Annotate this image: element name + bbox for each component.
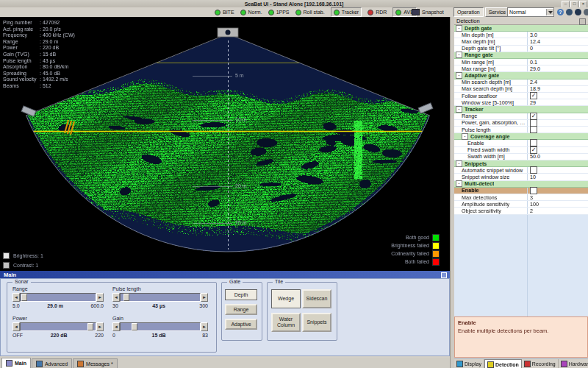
detection-row[interactable]: Enable — [454, 188, 588, 194]
undock-icon[interactable] — [441, 272, 447, 278]
setting-value-cell[interactable]: 3 — [527, 194, 588, 200]
brightness-row[interactable]: Brightness: 1 — [3, 251, 43, 261]
setting-value-cell[interactable]: 29 — [527, 99, 588, 105]
slider-left-arrow[interactable]: ◄ — [12, 322, 20, 331]
detection-row[interactable]: Depth gate tilt [°]0 — [454, 46, 588, 52]
detection-row[interactable]: Swath width [m]50.0 — [454, 154, 588, 160]
slider-track[interactable] — [120, 322, 201, 331]
contrast-row[interactable]: Contrast: 1 — [3, 261, 43, 270]
slider-power[interactable]: ◄► — [12, 322, 104, 331]
detection-row[interactable]: Min search depth [m]2.4 — [454, 79, 588, 86]
setting-value-cell[interactable]: 50.0 — [527, 154, 588, 160]
detection-row[interactable]: Amplitude sensitivity100 — [454, 201, 588, 208]
setting-value-cell[interactable] — [527, 167, 588, 173]
detection-row[interactable]: Min depth [m]3.0 — [454, 32, 588, 38]
tab-advanced[interactable]: Advanced — [32, 358, 72, 368]
setting-value-cell[interactable]: 29.0 — [527, 66, 588, 71]
setting-value-cell[interactable]: 18.9 — [527, 86, 588, 92]
water-column-tile-button[interactable]: Water Column — [271, 313, 301, 332]
setting-value-cell[interactable]: ✓ — [527, 93, 588, 99]
detection-row[interactable]: Range✓ — [454, 113, 588, 120]
setting-value-cell[interactable]: 3.0 — [527, 32, 588, 38]
detection-row[interactable]: Power, gain, absorption, and spre... — [454, 120, 588, 127]
setting-value-cell[interactable] — [527, 127, 588, 132]
checkbox[interactable] — [530, 187, 537, 194]
slider-left-arrow[interactable]: ◄ — [12, 293, 20, 302]
tab-messages-[interactable]: Messages * — [73, 358, 118, 368]
tab-main[interactable]: Main — [1, 358, 31, 368]
operation-button[interactable]: Operation — [453, 7, 484, 17]
slider-thumb[interactable] — [87, 323, 93, 330]
tab-hardware[interactable]: Hardware — [559, 359, 588, 368]
mode-dropdown[interactable]: Normal — [507, 7, 554, 17]
detection-row[interactable]: Snippet window size10 — [454, 174, 588, 180]
detection-row[interactable]: Object sensitivity2 — [454, 208, 588, 214]
settings-icon[interactable] — [584, 9, 588, 15]
setting-value-cell[interactable]: 0.1 — [527, 59, 588, 65]
service-button[interactable]: Service — [485, 7, 509, 17]
slider-track[interactable] — [20, 322, 96, 331]
setting-value-cell[interactable]: 100 — [527, 201, 588, 207]
setting-value-cell[interactable] — [527, 120, 588, 126]
range-gate-button[interactable]: Range — [225, 304, 257, 315]
checkbox[interactable]: ✓ — [530, 146, 537, 154]
detection-row[interactable]: Max range [m]29.0 — [454, 66, 588, 72]
slider-pulse-length[interactable]: ◄► — [112, 293, 208, 302]
slider-track[interactable] — [20, 293, 96, 302]
tab-detection[interactable]: Detection — [484, 359, 522, 368]
setting-value-cell[interactable]: ✓ — [527, 113, 588, 119]
globe-icon[interactable] — [566, 9, 573, 15]
collapse-icon[interactable]: - — [456, 160, 462, 167]
collapse-icon[interactable]: - — [456, 25, 462, 32]
detection-row[interactable]: Fixed swath width✓ — [454, 147, 588, 154]
collapse-icon[interactable]: - — [456, 52, 462, 58]
slider-range[interactable]: ◄► — [12, 293, 104, 302]
wedge-tile-button[interactable]: Wedge — [271, 289, 301, 308]
tab-recording[interactable]: Recording — [522, 359, 559, 368]
collapse-icon[interactable]: - — [456, 180, 462, 187]
snippets-tile-button[interactable]: Snippets — [302, 313, 331, 332]
power-icon[interactable] — [575, 9, 581, 15]
detection-row[interactable]: Window size [5-100%]29 — [454, 99, 588, 106]
checkbox[interactable] — [530, 166, 537, 174]
slider-right-arrow[interactable]: ► — [96, 322, 104, 331]
slider-right-arrow[interactable]: ► — [201, 293, 208, 302]
pin-icon[interactable] — [579, 18, 586, 25]
setting-value-cell[interactable]: 2.4 — [527, 79, 588, 85]
sidescan-tile-button[interactable]: Sidescan — [302, 289, 331, 308]
slider-right-arrow[interactable]: ► — [96, 293, 104, 302]
setting-value-cell[interactable] — [527, 188, 588, 194]
checkbox[interactable]: ✓ — [530, 92, 537, 99]
detection-row[interactable]: Max search depth [m]18.9 — [454, 86, 588, 93]
checkbox[interactable] — [530, 126, 537, 133]
slider-thumb[interactable] — [132, 323, 137, 330]
setting-value-cell[interactable] — [527, 140, 588, 146]
collapse-icon[interactable]: - — [456, 106, 462, 113]
chevron-down-icon[interactable] — [546, 9, 553, 15]
slider-thumb[interactable] — [123, 294, 129, 301]
collapse-icon[interactable]: - — [456, 72, 462, 79]
slider-gain[interactable]: ◄► — [112, 322, 208, 331]
adaptive-gate-button[interactable]: Adaptive — [225, 319, 257, 330]
slider-left-arrow[interactable]: ◄ — [112, 322, 120, 331]
detection-row[interactable]: Max depth [m]12.4 — [454, 38, 588, 45]
depth-gate-button[interactable]: Depth — [225, 289, 257, 300]
setting-value-cell[interactable]: 12.4 — [527, 38, 588, 44]
slider-right-arrow[interactable]: ► — [201, 322, 208, 331]
collapse-icon[interactable]: - — [462, 133, 468, 140]
detection-row[interactable]: Automatic snippet window — [454, 167, 588, 174]
slider-left-arrow[interactable]: ◄ — [112, 293, 120, 302]
detection-row[interactable]: Enable — [454, 140, 588, 146]
snapshot-group[interactable]: Snapshot — [412, 7, 444, 17]
setting-value-cell[interactable]: 10 — [527, 174, 588, 180]
help-icon[interactable]: ? — [557, 9, 564, 15]
tab-display[interactable]: Display — [454, 359, 484, 368]
slider-track[interactable] — [120, 293, 201, 302]
status-tracker[interactable]: Tracker — [331, 7, 362, 17]
snapshot-button[interactable]: Snapshot — [422, 10, 444, 15]
slider-thumb[interactable] — [21, 294, 27, 301]
main-panel-titlebar[interactable]: Main — [0, 271, 450, 278]
setting-value-cell[interactable]: 0 — [527, 46, 588, 52]
setting-value-cell[interactable]: ✓ — [527, 147, 588, 153]
setting-value-cell[interactable]: 2 — [527, 208, 588, 213]
